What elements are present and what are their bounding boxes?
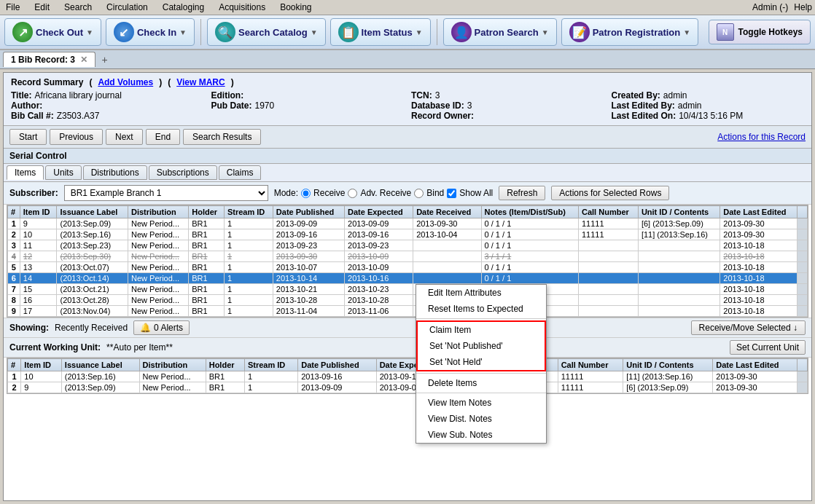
row-cell: New Period... [128,218,188,229]
row-cell: 2013-10-07 [273,262,344,273]
checkout-button[interactable]: ↗ Check Out ▼ [4,18,101,46]
actions-selected-button[interactable]: Actions for Selected Rows [551,186,669,200]
paren-close-2: ) [231,77,234,87]
hotkey-icon: N [717,23,734,41]
search-results-button[interactable]: Search Results [183,129,261,145]
subscriber-select[interactable]: BR1 Example Branch 1 [64,185,268,201]
checkout-dropdown-arrow[interactable]: ▼ [86,28,93,36]
inner-tab-items[interactable]: Items [7,165,44,180]
items-table-wrapper[interactable]: # Item ID Issuance Label Distribution Ho… [7,205,808,318]
checkin-button[interactable]: ↙ Check In ▼ [106,18,195,46]
tcn-value: 3 [435,90,440,101]
context-menu-view-dist-notes[interactable]: View Dist. Notes [416,411,546,427]
subscriber-row: Subscriber: BR1 Example Branch 1 Mode: R… [4,182,811,205]
refresh-button[interactable]: Refresh [499,186,545,200]
context-menu-delete-items[interactable]: Delete Items [416,375,546,391]
context-menu-view-item-notes[interactable]: View Item Notes [416,395,546,411]
table-row[interactable]: 513(2013:Oct.07)New Period...BR112013-10… [8,262,808,273]
table-row[interactable]: 917(2013:Nov.04)New Period...BR112013-11… [8,306,808,317]
patron-registration-button[interactable]: 📝 Patron Registration ▼ [561,18,699,46]
menu-edit[interactable]: Edit [31,1,52,13]
table-row[interactable]: 29(2013:Sep.09)New Period...BR112013-09-… [8,382,808,393]
row-cell: 2013-10-28 [273,295,344,306]
toggle-hotkeys-button[interactable]: N Toggle Hotkeys [709,20,811,44]
menu-booking[interactable]: Booking [277,1,314,13]
table-row[interactable]: 412(2013:Sep.30)New Period...BR112013-09… [8,251,808,262]
previous-button[interactable]: Previous [50,129,103,145]
receive-move-button[interactable]: Receive/Move Selected ↓ [691,320,806,335]
help-link[interactable]: Help [794,2,812,12]
table-row[interactable]: 715(2013:Oct.21)New Period...BR112013-10… [8,284,808,295]
col-item-id: Item ID [20,206,57,218]
paren-open-1: ( [89,77,92,87]
context-menu-reset-items[interactable]: Reset Items to Expected [416,301,546,317]
end-button[interactable]: End [146,129,180,145]
context-menu-not-held[interactable]: Set 'Not Held' [418,354,545,370]
bot-col-num: # [8,359,21,371]
checkin-label: Check In [137,27,176,38]
patron-registration-dropdown-arrow[interactable]: ▼ [683,28,690,36]
add-volumes-link[interactable]: Add Volumes [98,77,153,87]
toggle-hotkeys-label: Toggle Hotkeys [738,27,803,37]
menu-file[interactable]: File [3,1,23,13]
search-catalog-icon: 🔍 [215,22,235,42]
inner-tab-claims[interactable]: Claims [219,165,262,180]
bot-col-item-id: Item ID [21,359,61,371]
set-current-unit-button[interactable]: Set Current Unit [730,340,806,355]
menu-cataloging[interactable]: Cataloging [160,1,207,13]
table-row[interactable]: 614(2013:Oct.14)New Period...BR112013-10… [8,273,808,284]
menu-search[interactable]: Search [61,1,95,13]
search-catalog-button[interactable]: 🔍 Search Catalog ▼ [207,18,326,46]
context-menu-view-sub-notes[interactable]: View Sub. Notes [416,427,546,443]
item-status-button[interactable]: 📋 Item Status ▼ [330,18,431,46]
row-cell [579,284,639,295]
tab-close-icon[interactable]: ✕ [80,55,87,65]
inner-tab-units[interactable]: Units [45,165,81,180]
row-cell: New Period... [128,284,188,295]
table-row[interactable]: 311(2013:Sep.23)New Period...BR112013-09… [8,240,808,251]
admin-label[interactable]: Admin (-) [752,2,788,12]
actions-record-button[interactable]: Actions for this Record [717,132,806,142]
view-marc-link[interactable]: View MARC [176,77,225,87]
cwu-value: **Auto per Item** [106,342,173,353]
patron-search-dropdown-arrow[interactable]: ▼ [542,28,549,36]
mode-receive-radio[interactable] [301,189,311,198]
patron-registration-icon: 📝 [569,22,590,42]
next-button[interactable]: Next [106,129,143,145]
menu-circulation[interactable]: Circulation [104,1,151,13]
context-menu-claim-item[interactable]: Claim Item [418,322,545,338]
row-cell: 0 / 1 / 1 [481,262,578,273]
row-cell: 2013-09-16 [273,229,344,240]
mode-bind-radio[interactable] [414,189,424,198]
patron-search-button[interactable]: 👤 Patron Search ▼ [443,18,557,46]
mode-adv-receive-radio[interactable] [348,189,357,198]
search-catalog-dropdown-arrow[interactable]: ▼ [311,28,318,36]
alerts-button[interactable]: 🔔 0 Alerts [133,320,190,335]
row-cell: 0 / 1 / 1 [481,218,578,229]
row-cell: New Period... [128,306,188,317]
table-row[interactable]: 110(2013:Sep.16)New Period...BR112013-09… [8,371,808,382]
row-cell: 12 [20,251,57,262]
table-row[interactable]: 210(2013:Sep.16)New Period...BR112013-09… [8,229,808,240]
table-row[interactable]: 816(2013:Oct.28)New Period...BR112013-10… [8,295,808,306]
paren-open-2: ( [168,77,171,87]
inner-tab-distributions[interactable]: Distributions [83,165,147,180]
row-cell: [11] (2013:Sep.16) [623,371,713,382]
context-menu-edit-item[interactable]: Edit Item Attributes [416,285,546,301]
table-row[interactable]: 19(2013:Sep.09)New Period...BR112013-09-… [8,218,808,229]
row-cell [579,295,639,306]
row-cell: (2013:Sep.09) [57,218,128,229]
tab-bib-record[interactable]: 1 Bib Record: 3 ✕ [3,52,95,67]
show-all-checkbox[interactable] [447,189,456,198]
context-menu-not-published[interactable]: Set 'Not Published' [418,338,545,354]
checkin-dropdown-arrow[interactable]: ▼ [179,28,187,36]
inner-tab-subscriptions[interactable]: Subscriptions [149,165,217,180]
row-cell: 13 [20,262,57,273]
tab-add-button[interactable]: + [97,52,112,67]
item-status-dropdown-arrow[interactable]: ▼ [416,28,423,36]
row-cell: BR1 [189,284,225,295]
menu-acquisitions[interactable]: Acquisitions [216,1,268,13]
start-button[interactable]: Start [9,129,47,145]
bottom-table-wrapper[interactable]: # Item ID Issuance Label Distribution Ho… [7,358,808,394]
bot-col-stream: Stream ID [244,359,297,371]
